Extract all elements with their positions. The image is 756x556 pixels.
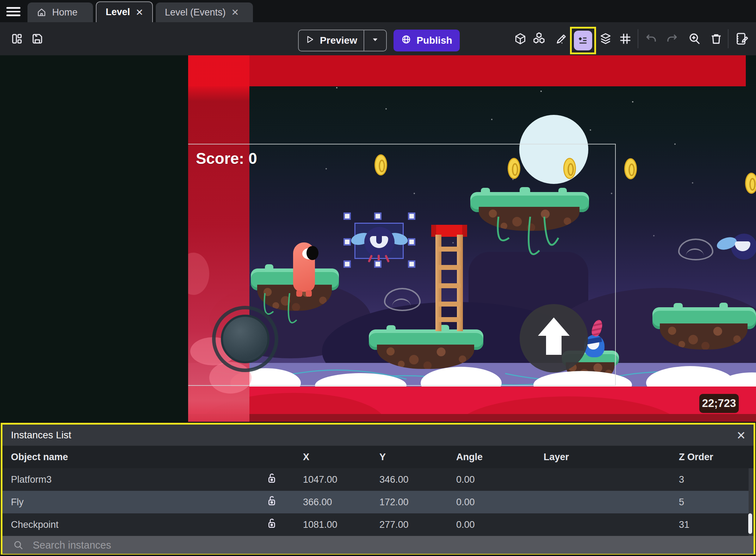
close-tab-icon[interactable]: ✕	[136, 8, 143, 17]
table-row[interactable]: Platform3 1047.00 346.00 0.00 3	[2, 468, 749, 491]
search-row	[2, 536, 754, 554]
coin[interactable]	[624, 158, 637, 179]
table-header-row: Object name X Y Angle Layer Z Order	[2, 446, 754, 468]
instance-name: Platform3	[11, 474, 52, 485]
table-row-selected[interactable]: Fly 366.00 172.00 0.00 5	[2, 491, 749, 513]
scene-canvas[interactable]: 22;723 Score: 0	[0, 55, 756, 422]
column-x: X	[303, 452, 309, 463]
column-object-name: Object name	[11, 452, 68, 463]
grid-icon[interactable]	[619, 32, 632, 45]
search-icon	[13, 540, 24, 550]
coin[interactable]	[745, 173, 756, 194]
joystick-knob[interactable]	[221, 315, 269, 363]
objects-cubes-icon[interactable]	[532, 32, 546, 46]
edit-scene-properties-icon[interactable]	[735, 32, 749, 46]
instance-name: Checkpoint	[11, 519, 58, 530]
selection-handle[interactable]	[343, 238, 351, 246]
layers-icon[interactable]	[599, 32, 612, 45]
tab-label: Home	[52, 7, 78, 18]
up-arrow-icon	[538, 317, 570, 336]
instance-z-order[interactable]: 5	[679, 497, 684, 508]
instance-y[interactable]: 172.00	[379, 497, 409, 508]
tab-level-events[interactable]: Level (Events) ✕	[156, 2, 253, 22]
tab-home[interactable]: Home	[27, 2, 93, 22]
selection-handle[interactable]	[343, 212, 351, 220]
panel-title: Instances List	[11, 430, 71, 441]
undo-icon[interactable]	[645, 32, 658, 45]
selection-handle[interactable]	[408, 260, 415, 268]
preview-label: Preview	[320, 35, 357, 46]
play-icon	[305, 35, 314, 47]
preview-button[interactable]: Preview	[298, 30, 387, 51]
instance-x[interactable]: 1081.00	[303, 519, 337, 530]
divider	[638, 29, 638, 48]
tab-level[interactable]: Level ✕	[96, 1, 153, 22]
red-zone-top[interactable]	[188, 55, 746, 86]
close-panel-icon[interactable]: ✕	[736, 429, 746, 442]
instance-y[interactable]: 277.00	[379, 519, 409, 530]
instance-x[interactable]: 366.00	[303, 497, 332, 508]
globe-icon	[401, 34, 411, 47]
panel-header: Instances List ✕	[2, 425, 754, 446]
selection-handle[interactable]	[374, 260, 382, 268]
selection-handle[interactable]	[374, 212, 382, 220]
instance-z-order[interactable]: 31	[679, 519, 689, 530]
platform[interactable]	[652, 307, 756, 350]
instances-list-panel: Instances List ✕ Object name X Y Angle L…	[1, 423, 755, 555]
save-icon[interactable]	[31, 32, 44, 45]
game-scene[interactable]: 22;723 Score: 0	[188, 55, 756, 422]
toolbar: Preview Publish	[0, 22, 756, 55]
divider	[728, 29, 729, 48]
unlock-icon[interactable]	[267, 518, 277, 532]
instance-angle[interactable]: 0.00	[456, 474, 475, 485]
layout-panels-icon[interactable]	[11, 32, 23, 45]
main-menu-icon[interactable]	[6, 7, 20, 16]
editor-window: Home Level ✕ Level (Events) ✕ Preview Pu…	[0, 0, 756, 556]
instance-z-order[interactable]: 3	[679, 474, 684, 485]
close-tab-icon[interactable]: ✕	[231, 8, 239, 17]
selection-handle[interactable]	[343, 260, 351, 268]
publish-label: Publish	[416, 35, 452, 46]
preview-dropdown[interactable]	[364, 30, 386, 51]
tab-label: Level	[106, 7, 130, 18]
eye-decoration	[678, 239, 713, 260]
instance-name: Fly	[11, 497, 24, 508]
instance-angle[interactable]: 0.00	[456, 497, 475, 508]
column-layer: Layer	[544, 452, 569, 463]
unlock-icon[interactable]	[267, 473, 277, 487]
trash-icon[interactable]	[709, 32, 723, 45]
instance-x[interactable]: 1047.00	[303, 474, 337, 485]
search-instances-input[interactable]	[32, 536, 597, 555]
redo-icon[interactable]	[665, 32, 678, 45]
column-z-order: Z Order	[679, 452, 713, 463]
zoom-in-icon[interactable]	[688, 32, 701, 45]
red-zone-bottom[interactable]	[188, 387, 756, 422]
cursor-coordinates-badge: 22;723	[699, 394, 739, 413]
instance-angle[interactable]: 0.00	[456, 519, 475, 530]
column-y: Y	[379, 452, 386, 463]
publish-button[interactable]: Publish	[394, 30, 460, 51]
jump-button[interactable]	[520, 304, 588, 372]
table-row[interactable]: Checkpoint 1081.00 277.00 0.00 31	[2, 513, 749, 536]
panel-scrollbar[interactable]	[748, 513, 752, 534]
column-angle: Angle	[456, 452, 483, 463]
home-icon	[37, 7, 47, 17]
score-text[interactable]: Score: 0	[196, 150, 257, 167]
selection-handle[interactable]	[408, 212, 415, 220]
instance-y[interactable]: 346.00	[379, 474, 409, 485]
selection-handle[interactable]	[408, 238, 415, 246]
cube-3d-icon[interactable]	[514, 32, 527, 45]
up-arrow-stem	[546, 335, 562, 355]
chevron-down-icon	[371, 36, 379, 45]
instances-list-icon[interactable]	[574, 31, 592, 50]
tab-bar: Home Level ✕ Level (Events) ✕	[0, 0, 756, 22]
tab-label: Level (Events)	[165, 7, 226, 18]
unlock-icon[interactable]	[267, 495, 277, 509]
edit-pencil-icon[interactable]	[555, 32, 568, 45]
